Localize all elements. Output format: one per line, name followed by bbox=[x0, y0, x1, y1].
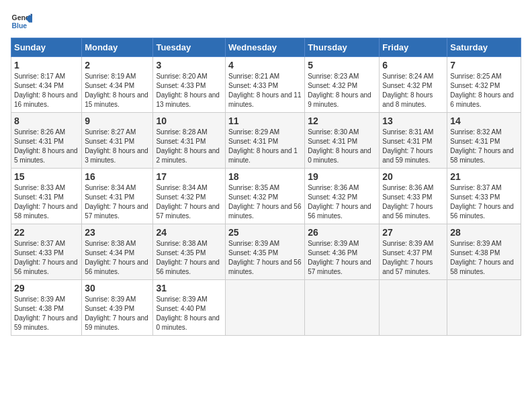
daylight: Daylight: 7 hours and 56 minutes. bbox=[14, 259, 78, 275]
daylight: Daylight: 7 hours and 56 minutes. bbox=[382, 203, 433, 220]
sunset: Sunset: 4:32 PM bbox=[308, 82, 357, 89]
daylight: Daylight: 7 hours and 57 minutes. bbox=[85, 203, 148, 220]
day-info: Sunrise: 8:38 AM Sunset: 4:34 PM Dayligh… bbox=[85, 239, 150, 277]
sunset: Sunset: 4:38 PM bbox=[14, 305, 64, 312]
daylight: Daylight: 7 hours and 58 minutes. bbox=[450, 147, 514, 164]
sunrise: Sunrise: 8:39 AM bbox=[382, 240, 433, 247]
sunrise: Sunrise: 8:39 AM bbox=[14, 295, 65, 303]
sunrise: Sunrise: 8:25 AM bbox=[450, 73, 501, 80]
day-info: Sunrise: 8:28 AM Sunset: 4:31 PM Dayligh… bbox=[156, 128, 222, 165]
sunrise: Sunrise: 8:26 AM bbox=[14, 128, 65, 136]
daylight: Daylight: 7 hours and 57 minutes. bbox=[156, 203, 220, 220]
day-info: Sunrise: 8:19 AM Sunset: 4:34 PM Dayligh… bbox=[85, 72, 150, 109]
sunrise: Sunrise: 8:39 AM bbox=[85, 295, 136, 303]
calendar-cell: 19 Sunrise: 8:36 AM Sunset: 4:32 PM Dayl… bbox=[305, 169, 380, 224]
sunrise: Sunrise: 8:27 AM bbox=[85, 128, 136, 136]
sunrise: Sunrise: 8:33 AM bbox=[14, 184, 65, 191]
sunset: Sunset: 4:31 PM bbox=[450, 138, 500, 145]
daylight: Daylight: 8 hours and 11 minutes. bbox=[228, 91, 301, 108]
day-number: 4 bbox=[228, 60, 302, 71]
calendar-cell: 4 Sunrise: 8:21 AM Sunset: 4:33 PM Dayli… bbox=[226, 57, 305, 113]
day-info: Sunrise: 8:27 AM Sunset: 4:31 PM Dayligh… bbox=[85, 128, 150, 165]
daylight: Daylight: 8 hours and 3 minutes. bbox=[85, 147, 148, 164]
sunrise: Sunrise: 8:37 AM bbox=[450, 184, 501, 191]
calendar-cell: 26 Sunrise: 8:39 AM Sunset: 4:36 PM Dayl… bbox=[305, 224, 380, 280]
calendar-cell: 2 Sunrise: 8:19 AM Sunset: 4:34 PM Dayli… bbox=[82, 57, 153, 113]
calendar-cell: 20 Sunrise: 8:36 AM Sunset: 4:33 PM Dayl… bbox=[380, 169, 447, 224]
daylight: Daylight: 8 hours and 16 minutes. bbox=[14, 91, 78, 108]
day-number: 16 bbox=[85, 171, 150, 182]
sunrise: Sunrise: 8:32 AM bbox=[450, 128, 501, 136]
sunset: Sunset: 4:33 PM bbox=[156, 82, 206, 89]
sunrise: Sunrise: 8:24 AM bbox=[382, 73, 433, 80]
page-header: General Blue bbox=[11, 11, 521, 32]
day-info: Sunrise: 8:29 AM Sunset: 4:31 PM Dayligh… bbox=[228, 128, 302, 165]
day-info: Sunrise: 8:36 AM Sunset: 4:32 PM Dayligh… bbox=[308, 183, 376, 221]
daylight: Daylight: 7 hours and 57 minutes. bbox=[382, 259, 433, 275]
sunset: Sunset: 4:34 PM bbox=[14, 82, 64, 89]
calendar-cell: 17 Sunrise: 8:34 AM Sunset: 4:32 PM Dayl… bbox=[153, 169, 226, 224]
calendar-cell: 9 Sunrise: 8:27 AM Sunset: 4:31 PM Dayli… bbox=[82, 113, 153, 169]
calendar-cell: 12 Sunrise: 8:30 AM Sunset: 4:31 PM Dayl… bbox=[305, 113, 380, 169]
day-number: 27 bbox=[382, 227, 444, 238]
calendar-cell: 11 Sunrise: 8:29 AM Sunset: 4:31 PM Dayl… bbox=[226, 113, 305, 169]
sunrise: Sunrise: 8:35 AM bbox=[228, 184, 279, 191]
sunset: Sunset: 4:39 PM bbox=[85, 305, 134, 312]
day-number: 17 bbox=[156, 171, 222, 182]
day-info: Sunrise: 8:39 AM Sunset: 4:39 PM Dayligh… bbox=[85, 295, 150, 332]
daylight: Daylight: 8 hours and 13 minutes. bbox=[156, 91, 220, 108]
sunrise: Sunrise: 8:30 AM bbox=[308, 128, 359, 136]
calendar-cell: 5 Sunrise: 8:23 AM Sunset: 4:32 PM Dayli… bbox=[305, 57, 380, 113]
daylight: Daylight: 7 hours and 59 minutes. bbox=[85, 314, 148, 331]
day-info: Sunrise: 8:31 AM Sunset: 4:31 PM Dayligh… bbox=[382, 128, 444, 165]
sunrise: Sunrise: 8:20 AM bbox=[156, 73, 207, 80]
day-info: Sunrise: 8:21 AM Sunset: 4:33 PM Dayligh… bbox=[228, 72, 302, 109]
calendar-week-3: 15 Sunrise: 8:33 AM Sunset: 4:31 PM Dayl… bbox=[11, 169, 521, 224]
day-number: 2 bbox=[85, 60, 150, 71]
day-info: Sunrise: 8:39 AM Sunset: 4:36 PM Dayligh… bbox=[308, 239, 376, 277]
day-number: 29 bbox=[14, 283, 79, 293]
day-number: 7 bbox=[450, 60, 518, 71]
sunrise: Sunrise: 8:36 AM bbox=[308, 184, 359, 191]
sunrise: Sunrise: 8:39 AM bbox=[450, 240, 501, 247]
calendar-cell bbox=[226, 280, 305, 336]
calendar-cell: 31 Sunrise: 8:39 AM Sunset: 4:40 PM Dayl… bbox=[153, 280, 226, 336]
sunrise: Sunrise: 8:38 AM bbox=[156, 240, 207, 247]
day-number: 12 bbox=[308, 116, 376, 126]
calendar-cell: 6 Sunrise: 8:24 AM Sunset: 4:32 PM Dayli… bbox=[380, 57, 447, 113]
day-info: Sunrise: 8:32 AM Sunset: 4:31 PM Dayligh… bbox=[450, 128, 518, 165]
day-number: 3 bbox=[156, 60, 222, 71]
sunrise: Sunrise: 8:19 AM bbox=[85, 73, 136, 80]
day-info: Sunrise: 8:39 AM Sunset: 4:38 PM Dayligh… bbox=[450, 239, 518, 277]
daylight: Daylight: 7 hours and 56 minutes. bbox=[450, 203, 514, 220]
calendar-cell: 3 Sunrise: 8:20 AM Sunset: 4:33 PM Dayli… bbox=[153, 57, 226, 113]
daylight: Daylight: 7 hours and 56 minutes. bbox=[228, 259, 301, 275]
daylight: Daylight: 7 hours and 59 minutes. bbox=[382, 147, 433, 164]
day-number: 6 bbox=[382, 60, 444, 71]
daylight: Daylight: 7 hours and 59 minutes. bbox=[14, 314, 78, 331]
day-number: 28 bbox=[450, 227, 518, 238]
day-info: Sunrise: 8:25 AM Sunset: 4:32 PM Dayligh… bbox=[450, 72, 518, 109]
day-number: 9 bbox=[85, 116, 150, 126]
day-info: Sunrise: 8:39 AM Sunset: 4:37 PM Dayligh… bbox=[382, 239, 444, 277]
daylight: Daylight: 7 hours and 58 minutes. bbox=[14, 203, 78, 220]
daylight: Daylight: 8 hours and 9 minutes. bbox=[308, 91, 371, 108]
daylight: Daylight: 7 hours and 57 minutes. bbox=[308, 259, 371, 275]
daylight: Daylight: 7 hours and 56 minutes. bbox=[85, 259, 148, 275]
day-number: 31 bbox=[156, 283, 222, 293]
sunrise: Sunrise: 8:38 AM bbox=[85, 240, 136, 247]
day-number: 11 bbox=[228, 116, 302, 126]
day-info: Sunrise: 8:37 AM Sunset: 4:33 PM Dayligh… bbox=[450, 183, 518, 221]
day-info: Sunrise: 8:38 AM Sunset: 4:35 PM Dayligh… bbox=[156, 239, 222, 277]
sunrise: Sunrise: 8:29 AM bbox=[228, 128, 279, 136]
sunset: Sunset: 4:32 PM bbox=[156, 193, 206, 201]
day-info: Sunrise: 8:39 AM Sunset: 4:40 PM Dayligh… bbox=[156, 295, 222, 332]
calendar-week-4: 22 Sunrise: 8:37 AM Sunset: 4:33 PM Dayl… bbox=[11, 224, 521, 280]
sunset: Sunset: 4:40 PM bbox=[156, 305, 206, 312]
sunrise: Sunrise: 8:34 AM bbox=[85, 184, 136, 191]
sunset: Sunset: 4:31 PM bbox=[14, 193, 64, 201]
weekday-header-sunday: Sunday bbox=[11, 38, 82, 57]
calendar-cell: 1 Sunrise: 8:17 AM Sunset: 4:34 PM Dayli… bbox=[11, 57, 82, 113]
svg-text:Blue: Blue bbox=[12, 22, 28, 30]
calendar-cell: 18 Sunrise: 8:35 AM Sunset: 4:32 PM Dayl… bbox=[226, 169, 305, 224]
